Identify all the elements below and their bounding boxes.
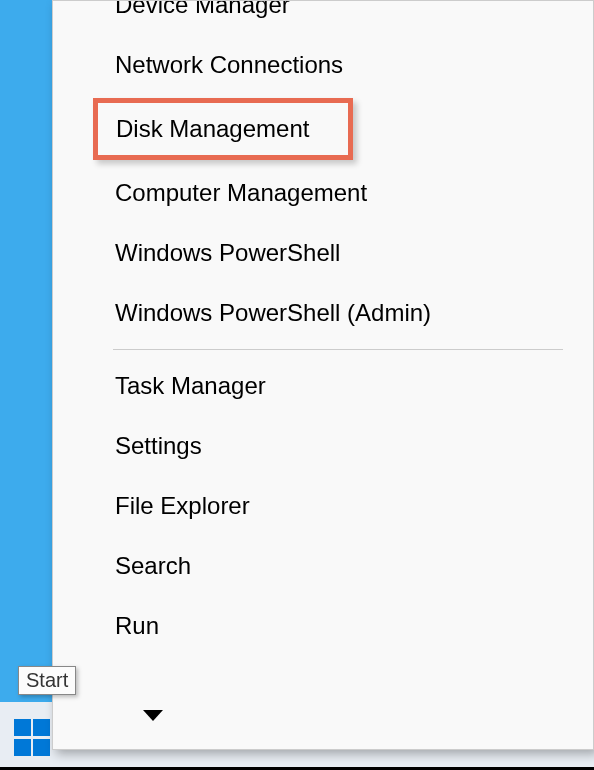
start-button[interactable] [14,719,52,757]
highlight-annotation: Disk Management [93,98,353,160]
windows-logo-icon [14,719,31,736]
menu-item-search[interactable]: Search [53,536,593,596]
menu-list: Device Manager Network Connections Disk … [53,0,593,656]
winx-menu: Device Manager Network Connections Disk … [52,0,594,750]
menu-item-device-manager[interactable]: Device Manager [53,0,593,35]
menu-item-task-manager[interactable]: Task Manager [53,356,593,416]
menu-separator [113,349,563,350]
menu-item-settings[interactable]: Settings [53,416,593,476]
menu-item-run[interactable]: Run [53,596,593,656]
menu-item-network-connections[interactable]: Network Connections [53,35,593,95]
windows-logo-icon [14,739,31,756]
menu-item-windows-powershell-admin[interactable]: Windows PowerShell (Admin) [53,283,593,343]
menu-item-file-explorer[interactable]: File Explorer [53,476,593,536]
menu-item-disk-management[interactable]: Disk Management [93,98,553,160]
chevron-down-icon[interactable] [143,710,163,721]
menu-item-computer-management[interactable]: Computer Management [53,163,593,223]
start-tooltip: Start [18,666,76,695]
windows-logo-icon [33,719,50,736]
windows-logo-icon [33,739,50,756]
menu-item-windows-powershell[interactable]: Windows PowerShell [53,223,593,283]
